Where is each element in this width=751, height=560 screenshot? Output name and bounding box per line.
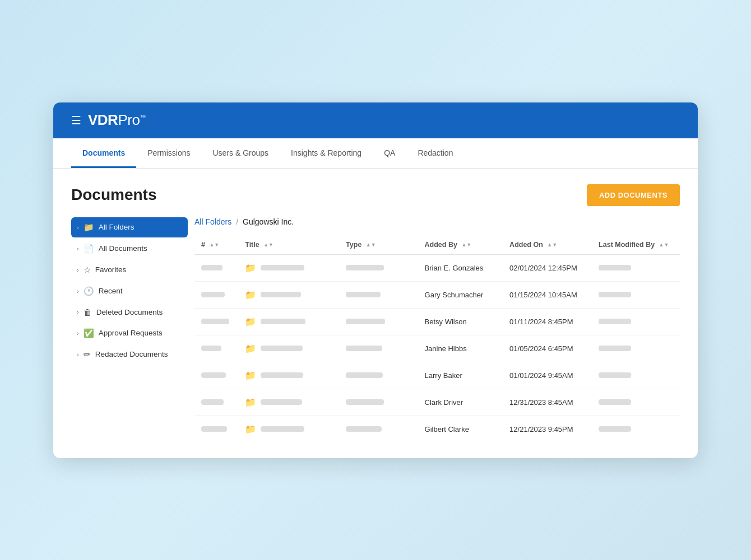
table-row[interactable]: 📁 Janine Hibbs 01/05/2024 6:45PM <box>194 335 680 362</box>
cell-added-on: 01/01/2024 9:45AM <box>503 362 592 389</box>
table-row[interactable]: 📁 Brian E. Gonzales 02/01/2024 12:45PM <box>194 254 680 281</box>
cell-added-on: 02/01/2024 12:45PM <box>503 254 592 281</box>
hamburger-menu-icon[interactable]: ☰ <box>71 114 81 127</box>
sort-arrows-title: ▲▼ <box>263 242 273 248</box>
trash-icon: 🗑 <box>84 307 92 317</box>
cell-title: 📁 <box>238 308 339 335</box>
table-row[interactable]: 📁 Betsy Wilson 01/11/2024 8:45PM <box>194 308 680 335</box>
cell-type <box>339 335 418 362</box>
cell-added-by: Gilbert Clarke <box>418 416 503 442</box>
app-container: ☰ VDRPro™ Documents Permissions Users & … <box>53 102 698 458</box>
table-row[interactable]: 📁 Gilbert Clarke 12/21/2023 9:45PM <box>194 416 680 442</box>
folder-icon: 📁 <box>245 290 256 300</box>
sidebar-item-all-folders[interactable]: › 📁 All Folders <box>71 217 188 237</box>
cell-added-by: Larry Baker <box>418 362 503 389</box>
sort-arrows-added-by: ▲▼ <box>461 242 471 248</box>
sidebar-item-deleted-documents[interactable]: › 🗑 Deleted Documents <box>71 302 188 322</box>
cell-last-modified <box>592 254 680 281</box>
nav-item-insights[interactable]: Insights & Reporting <box>280 138 373 168</box>
cell-title: 📁 <box>238 362 339 389</box>
page-header-row: Documents ADD DOCUMENTS <box>71 184 680 206</box>
col-header-num[interactable]: # ▲▼ <box>194 235 238 255</box>
document-icon: 📄 <box>84 244 94 254</box>
nav-item-users-groups[interactable]: Users & Groups <box>201 138 280 168</box>
documents-table: # ▲▼ Title ▲▼ Type ▲▼ <box>194 235 680 442</box>
cell-title: 📁 <box>238 335 339 362</box>
sidebar-item-redacted-documents[interactable]: › ✏ Redacted Documents <box>71 344 188 365</box>
cell-last-modified <box>592 335 680 362</box>
nav-item-permissions[interactable]: Permissions <box>136 138 201 168</box>
col-header-added-on[interactable]: Added On ▲▼ <box>503 235 592 255</box>
sort-arrows-type: ▲▼ <box>366 242 376 248</box>
cell-added-on: 12/31/2023 8:45AM <box>503 389 592 416</box>
cell-num <box>194 362 238 389</box>
chevron-icon: › <box>77 309 79 315</box>
cell-num <box>194 281 238 308</box>
table-row[interactable]: 📁 Larry Baker 01/01/2024 9:45AM <box>194 362 680 389</box>
cell-title: 📁 <box>238 389 339 416</box>
add-documents-button[interactable]: ADD DOCUMENTS <box>587 184 680 206</box>
folder-icon: 📁 <box>245 263 256 273</box>
cell-added-by: Gary Schumacher <box>418 281 503 308</box>
sidebar-item-label: Favorites <box>95 265 127 274</box>
sort-arrows-num: ▲▼ <box>209 242 219 248</box>
folder-icon: 📁 <box>84 222 94 232</box>
sidebar-item-label: Recent <box>99 287 123 295</box>
sidebar-item-label: Redacted Documents <box>95 350 168 358</box>
table-area: All Folders / Gulgowski Inc. # ▲▼ T <box>194 217 680 442</box>
col-header-added-by[interactable]: Added By ▲▼ <box>418 235 503 255</box>
cell-added-by: Brian E. Gonzales <box>418 254 503 281</box>
cell-num <box>194 416 238 442</box>
cell-added-on: 01/11/2024 8:45PM <box>503 308 592 335</box>
cell-title: 📁 <box>238 416 339 442</box>
cell-num <box>194 389 238 416</box>
chevron-icon: › <box>77 330 79 337</box>
edit-icon: ✏ <box>84 349 91 360</box>
sidebar: › 📁 All Folders › 📄 All Documents › ☆ Fa… <box>71 217 194 442</box>
table-row[interactable]: 📁 Gary Schumacher 01/15/2024 10:45AM <box>194 281 680 308</box>
cell-last-modified <box>592 281 680 308</box>
folder-icon: 📁 <box>245 397 256 408</box>
chevron-icon: › <box>77 267 79 273</box>
chevron-icon: › <box>77 288 79 295</box>
folder-icon: 📁 <box>245 424 256 435</box>
app-logo: VDRPro™ <box>88 111 146 129</box>
cell-type <box>339 362 418 389</box>
check-icon: ✅ <box>84 328 94 338</box>
col-header-last-modified[interactable]: Last Modified By ▲▼ <box>592 235 680 255</box>
cell-last-modified <box>592 308 680 335</box>
col-header-type[interactable]: Type ▲▼ <box>339 235 418 255</box>
cell-added-by: Janine Hibbs <box>418 335 503 362</box>
nav-item-redaction[interactable]: Redaction <box>406 138 464 168</box>
folder-icon: 📁 <box>245 370 256 381</box>
star-icon: ☆ <box>84 265 91 275</box>
cell-num <box>194 308 238 335</box>
breadcrumb-current: Gulgowski Inc. <box>243 217 294 226</box>
nav-item-qa[interactable]: QA <box>373 138 406 168</box>
folder-icon: 📁 <box>245 316 256 327</box>
cell-added-by: Betsy Wilson <box>418 308 503 335</box>
body-layout: › 📁 All Folders › 📄 All Documents › ☆ Fa… <box>71 217 680 442</box>
cell-added-on: 01/15/2024 10:45AM <box>503 281 592 308</box>
cell-type <box>339 308 418 335</box>
sidebar-item-label: All Documents <box>99 244 147 253</box>
sidebar-item-recent[interactable]: › 🕐 Recent <box>71 281 188 301</box>
breadcrumb-root[interactable]: All Folders <box>194 217 231 226</box>
col-header-title[interactable]: Title ▲▼ <box>238 235 339 255</box>
nav-item-documents[interactable]: Documents <box>71 138 136 168</box>
clock-icon: 🕐 <box>84 286 94 296</box>
cell-last-modified <box>592 362 680 389</box>
sidebar-item-label: All Folders <box>99 223 135 231</box>
cell-title: 📁 <box>238 254 339 281</box>
cell-last-modified <box>592 416 680 442</box>
folder-icon: 📁 <box>245 343 256 354</box>
sidebar-item-all-documents[interactable]: › 📄 All Documents <box>71 239 188 259</box>
sidebar-item-approval-requests[interactable]: › ✅ Approval Requests <box>71 323 188 343</box>
app-header: ☰ VDRPro™ <box>53 102 698 138</box>
cell-last-modified <box>592 389 680 416</box>
table-row[interactable]: 📁 Clark Driver 12/31/2023 8:45AM <box>194 389 680 416</box>
chevron-icon: › <box>77 245 79 252</box>
app-nav: Documents Permissions Users & Groups Ins… <box>53 138 698 169</box>
sidebar-item-favorites[interactable]: › ☆ Favorites <box>71 260 188 280</box>
main-content: Documents ADD DOCUMENTS › 📁 All Folders … <box>53 169 698 458</box>
